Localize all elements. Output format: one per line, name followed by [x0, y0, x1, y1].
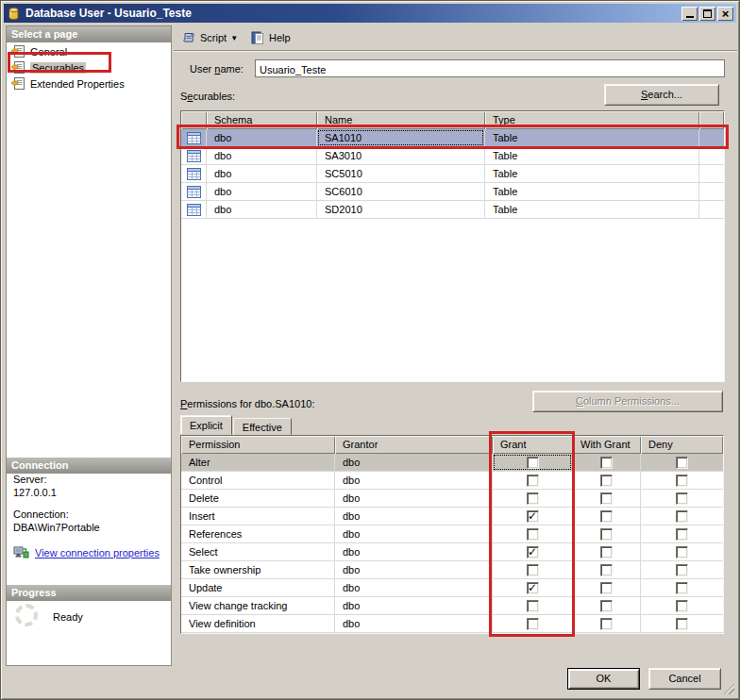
cell-type: Table [485, 129, 699, 147]
cell-blank [699, 165, 724, 183]
permission-row[interactable]: View definitiondbo [181, 615, 723, 633]
grant-checkbox[interactable] [527, 510, 539, 523]
resize-grip[interactable] [722, 682, 734, 694]
grant-checkbox[interactable] [527, 564, 539, 576]
grant-checkbox[interactable] [527, 528, 539, 541]
cell-permission: Update [181, 579, 335, 597]
table-row[interactable]: dboSA1010Table [181, 129, 724, 147]
with-grant-checkbox[interactable] [600, 457, 613, 469]
column-permissions-button[interactable]: Column Permissions... [532, 391, 723, 412]
connection-value: DBA\Win7Portable [13, 522, 100, 533]
database-icon [7, 7, 21, 21]
column-header-permission[interactable]: Permission [181, 436, 335, 454]
with-grant-checkbox[interactable] [600, 546, 613, 558]
grant-checkbox[interactable] [527, 492, 539, 505]
table-row[interactable]: dboSC6010Table [181, 183, 724, 201]
permission-row[interactable]: Selectdbo [181, 543, 723, 561]
cell-blank [699, 147, 724, 165]
cell-name: SC5010 [317, 165, 485, 183]
with-grant-checkbox[interactable] [600, 528, 613, 541]
cell-permission: Insert [181, 508, 335, 525]
grant-checkbox[interactable] [527, 475, 539, 487]
cell-permission: Take ownership [181, 561, 335, 579]
column-header-grant[interactable]: Grant [493, 436, 573, 454]
sidebar-item-general[interactable]: General [7, 43, 171, 59]
page-icon [11, 76, 25, 91]
cell-deny [641, 615, 723, 633]
script-button[interactable]: Script ▼ [177, 28, 243, 47]
column-header-schema[interactable]: Schema [207, 111, 317, 129]
cell-permission: References [181, 525, 335, 543]
grant-checkbox[interactable] [527, 618, 539, 630]
titlebar[interactable]: Database User - Usuario_Teste × [4, 4, 736, 23]
with-grant-checkbox[interactable] [600, 510, 613, 523]
deny-checkbox[interactable] [676, 492, 688, 505]
securables-table[interactable]: Schema Name Type dboSA1010Table dboSA301… [180, 110, 725, 382]
tab-explicit[interactable]: Explicit [180, 415, 232, 435]
deny-checkbox[interactable] [676, 457, 688, 469]
column-header-deny[interactable]: Deny [641, 436, 723, 454]
tab-effective[interactable]: Effective [233, 418, 292, 435]
permission-row[interactable]: Deletedbo [181, 490, 723, 508]
permission-row[interactable]: Updatedbo [181, 579, 723, 597]
deny-checkbox[interactable] [676, 528, 688, 541]
help-button[interactable]: Help [245, 28, 295, 47]
grant-checkbox[interactable] [527, 546, 539, 558]
with-grant-checkbox[interactable] [600, 492, 613, 505]
column-header-grantor[interactable]: Grantor [335, 436, 493, 454]
permission-row[interactable]: Referencesdbo [181, 525, 723, 543]
cell-permission: Select [181, 543, 335, 561]
search-button[interactable]: Search... [604, 84, 719, 106]
page-icon [11, 60, 25, 75]
with-grant-checkbox[interactable] [600, 475, 613, 487]
permission-row[interactable]: View change trackingdbo [181, 597, 723, 615]
view-connection-properties-link[interactable]: View connection properties [35, 547, 160, 558]
deny-checkbox[interactable] [676, 582, 688, 594]
column-header-icon[interactable] [181, 111, 207, 129]
grant-checkbox[interactable] [527, 600, 539, 612]
column-header-with-grant[interactable]: With Grant [573, 436, 641, 454]
permission-row[interactable]: Take ownershipdbo [181, 561, 723, 579]
table-row[interactable]: dboSA3010Table [181, 147, 724, 165]
column-header-blank[interactable] [699, 111, 724, 129]
with-grant-checkbox[interactable] [600, 582, 613, 594]
user-name-label: User name: [190, 63, 244, 75]
with-grant-checkbox[interactable] [600, 564, 613, 576]
progress-status: Ready [53, 611, 83, 623]
deny-checkbox[interactable] [676, 510, 688, 523]
column-header-name[interactable]: Name [317, 111, 485, 129]
cell-permission: View definition [181, 615, 335, 633]
permission-row[interactable]: Alterdbo [181, 454, 723, 472]
cell-deny [641, 454, 723, 472]
close-button[interactable]: × [717, 7, 733, 21]
progress-spinner-icon [15, 604, 38, 626]
sidebar-item-securables[interactable]: Securables [7, 59, 171, 75]
permission-row[interactable]: Insertdbo [181, 508, 723, 525]
cell-grantor: dbo [335, 508, 493, 525]
deny-checkbox[interactable] [676, 564, 688, 576]
focus-rectangle [318, 130, 483, 145]
maximize-button[interactable] [699, 7, 715, 21]
permissions-table[interactable]: Permission Grantor Grant With Grant Deny… [180, 435, 724, 634]
user-name-field[interactable] [255, 59, 725, 77]
deny-checkbox[interactable] [676, 546, 688, 558]
deny-checkbox[interactable] [676, 618, 688, 630]
cell-grant [493, 579, 573, 597]
table-row[interactable]: dboSD2010Table [181, 201, 724, 219]
table-row[interactable]: dboSC5010Table [181, 165, 724, 183]
with-grant-checkbox[interactable] [600, 600, 613, 612]
minimize-button[interactable] [681, 7, 698, 21]
deny-checkbox[interactable] [676, 475, 688, 487]
ok-button[interactable]: OK [567, 668, 640, 690]
cancel-button[interactable]: Cancel [648, 668, 721, 690]
with-grant-checkbox[interactable] [600, 618, 613, 630]
sidebar-item-extended-properties[interactable]: Extended Properties [7, 75, 171, 92]
column-header-type[interactable]: Type [485, 111, 699, 129]
cell-schema: dbo [207, 147, 317, 165]
grant-checkbox[interactable] [527, 582, 539, 594]
permissions-rows: AlterdboControldboDeletedboInsertdboRefe… [181, 454, 723, 633]
grant-checkbox[interactable] [527, 457, 539, 469]
window-title: Database User - Usuario_Teste [25, 7, 680, 20]
permission-row[interactable]: Controldbo [181, 472, 723, 490]
deny-checkbox[interactable] [676, 600, 688, 612]
